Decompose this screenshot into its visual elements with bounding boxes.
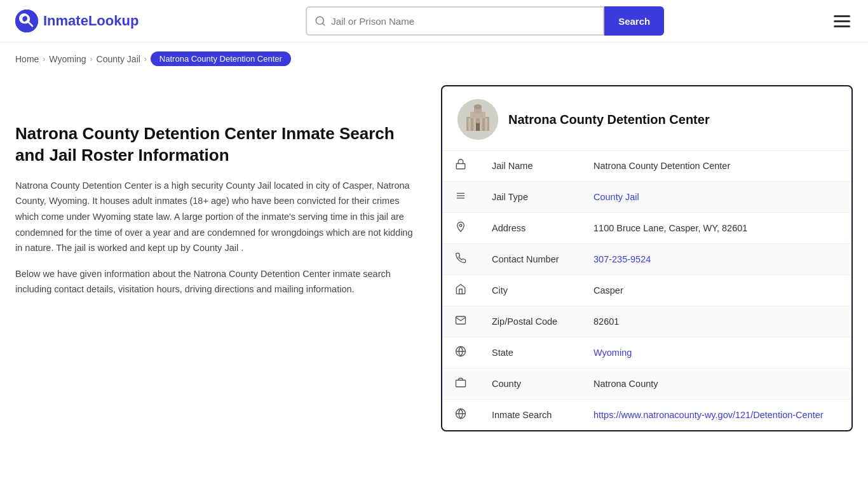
- description-para-1: Natrona County Detention Center is a hig…: [15, 178, 422, 256]
- svg-rect-13: [480, 118, 482, 131]
- svg-point-3: [23, 17, 25, 19]
- table-row: Inmate Search https://www.natronacounty-…: [442, 400, 851, 431]
- hamburger-line-2: [834, 20, 850, 22]
- breadcrumb-chevron-3: ›: [144, 55, 147, 64]
- description-para-2: Below we have given information about th…: [15, 266, 422, 297]
- field-label: Jail Type: [479, 182, 581, 213]
- breadcrumb-current: Natrona County Detention Center: [151, 51, 291, 66]
- svg-point-15: [474, 104, 482, 109]
- field-value: Natrona County: [581, 369, 851, 400]
- logo-link[interactable]: InmateLookup: [15, 10, 139, 32]
- header: InmateLookup Search: [0, 0, 868, 43]
- hamburger-line-3: [834, 25, 850, 27]
- facility-info-table: Jail Name Natrona County Detention Cente…: [442, 151, 851, 430]
- table-row: State Wyoming: [442, 337, 851, 369]
- field-value: 1100 Bruce Lane, Casper, WY, 82601: [581, 213, 851, 244]
- page-heading: Natrona County Detention Center Inmate S…: [15, 123, 422, 166]
- field-value: Casper: [581, 275, 851, 306]
- search-icon: [315, 15, 326, 27]
- breadcrumb-chevron-1: ›: [43, 55, 45, 64]
- hamburger-line-1: [834, 15, 850, 17]
- table-row: Jail Name Natrona County Detention Cente…: [442, 151, 851, 182]
- pin-icon: [442, 213, 479, 244]
- facility-card: Natrona County Detention Center Jail Nam…: [441, 85, 853, 431]
- field-label: Inmate Search: [479, 400, 581, 431]
- field-value: Natrona County Detention Center: [581, 151, 851, 182]
- city-icon: [442, 275, 479, 306]
- search-box-container: [306, 6, 604, 36]
- table-row: Contact Number 307-235-9524: [442, 244, 851, 275]
- field-label: Zip/Postal Code: [479, 306, 581, 337]
- zip-icon: [442, 306, 479, 337]
- jail-icon: [442, 151, 479, 182]
- svg-line-5: [323, 23, 325, 25]
- breadcrumb-home[interactable]: Home: [15, 54, 39, 64]
- field-link[interactable]: https://www.natronacounty-wy.gov/121/Det…: [593, 410, 824, 420]
- svg-point-20: [459, 224, 462, 227]
- facility-avatar: [458, 99, 498, 140]
- facility-building-icon: [458, 99, 498, 140]
- logo-text: InmateLookup: [43, 13, 139, 29]
- field-link[interactable]: Wyoming: [593, 348, 632, 358]
- phone-icon: [442, 244, 479, 275]
- main-content: Natrona County Detention Center Inmate S…: [0, 72, 868, 457]
- field-value[interactable]: https://www.natronacounty-wy.gov/121/Det…: [581, 400, 851, 431]
- field-link[interactable]: County Jail: [593, 192, 639, 202]
- table-row: Jail Type County Jail: [442, 182, 851, 213]
- field-label: Jail Name: [479, 151, 581, 182]
- breadcrumb-county-jail[interactable]: County Jail: [97, 54, 140, 64]
- svg-rect-10: [475, 123, 480, 131]
- field-value[interactable]: County Jail: [581, 182, 851, 213]
- left-panel: Natrona County Detention Center Inmate S…: [15, 85, 422, 431]
- field-value[interactable]: Wyoming: [581, 337, 851, 369]
- table-row: County Natrona County: [442, 369, 851, 400]
- right-panel: Natrona County Detention Center Jail Nam…: [441, 85, 853, 431]
- svg-point-0: [15, 10, 38, 32]
- globe-icon: [442, 400, 479, 431]
- county-icon: [442, 369, 479, 400]
- svg-rect-11: [468, 118, 471, 131]
- breadcrumb-wyoming[interactable]: Wyoming: [49, 54, 86, 64]
- svg-rect-23: [456, 380, 466, 387]
- hamburger-menu[interactable]: [831, 13, 853, 30]
- table-row: City Casper: [442, 275, 851, 306]
- state-icon: [442, 337, 479, 369]
- field-label: State: [479, 337, 581, 369]
- breadcrumb: Home › Wyoming › County Jail › Natrona C…: [0, 43, 868, 72]
- field-value[interactable]: 307-235-9524: [581, 244, 851, 275]
- field-value: 82601: [581, 306, 851, 337]
- search-input[interactable]: [331, 16, 595, 27]
- list-icon: [442, 182, 479, 213]
- field-label: City: [479, 275, 581, 306]
- search-button[interactable]: Search: [604, 6, 664, 36]
- field-link[interactable]: 307-235-9524: [593, 254, 651, 264]
- field-label: Address: [479, 213, 581, 244]
- breadcrumb-chevron-2: ›: [90, 55, 93, 64]
- field-label: County: [479, 369, 581, 400]
- facility-card-title: Natrona County Detention Center: [508, 112, 710, 127]
- facility-card-header: Natrona County Detention Center: [442, 86, 851, 151]
- svg-rect-14: [485, 118, 487, 131]
- table-row: Address 1100 Bruce Lane, Casper, WY, 826…: [442, 213, 851, 244]
- svg-rect-12: [473, 118, 476, 131]
- logo-icon: [15, 10, 38, 32]
- svg-rect-16: [456, 164, 465, 169]
- search-area: Search: [306, 6, 664, 36]
- field-label: Contact Number: [479, 244, 581, 275]
- table-row: Zip/Postal Code 82601: [442, 306, 851, 337]
